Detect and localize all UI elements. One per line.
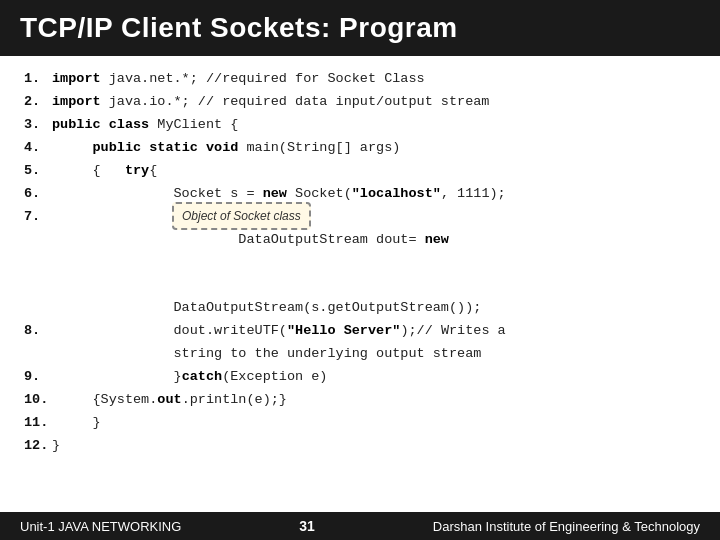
footer-page-number: 31 — [299, 518, 315, 534]
footer-left: Unit-1 JAVA NETWORKING — [20, 519, 181, 534]
code-content: 1. import java.net.*; //required for Soc… — [0, 56, 720, 512]
code-line-9: 9. }catch(Exception e) — [24, 366, 696, 389]
code-line-1: 1. import java.net.*; //required for Soc… — [24, 68, 696, 91]
code-line-2: 2. import java.io.*; // required data in… — [24, 91, 696, 114]
slide-container: TCP/IP Client Sockets: Program 1. import… — [0, 0, 720, 540]
code-line-4: 4. public static void main(String[] args… — [24, 137, 696, 160]
code-line-5: 5. { try{ — [24, 160, 696, 183]
slide-title: TCP/IP Client Sockets: Program — [0, 0, 720, 56]
code-line-11: 11. } — [24, 412, 696, 435]
slide-footer: Unit-1 JAVA NETWORKING 31 Darshan Instit… — [0, 512, 720, 540]
code-line-7b: DataOutputStream(s.getOutputStream()); — [24, 297, 696, 320]
code-line-8: 8. dout.writeUTF("Hello Server");// Writ… — [24, 320, 696, 343]
footer-right: Darshan Institute of Engineering & Techn… — [433, 519, 700, 534]
code-line-10: 10. {System.out.println(e);} — [24, 389, 696, 412]
annotation-bubble: Object of Socket class — [172, 202, 311, 230]
code-line-12: 12. } — [24, 435, 696, 458]
code-line-3: 3. public class MyClient { — [24, 114, 696, 137]
code-line-7: 7. DataOutputStream dout= new Object of … — [24, 206, 696, 298]
title-text: TCP/IP Client Sockets: Program — [20, 12, 458, 43]
code-line-6: 6. Socket s = new Socket("localhost", 11… — [24, 183, 696, 206]
code-line-8b: string to the underlying output stream — [24, 343, 696, 366]
